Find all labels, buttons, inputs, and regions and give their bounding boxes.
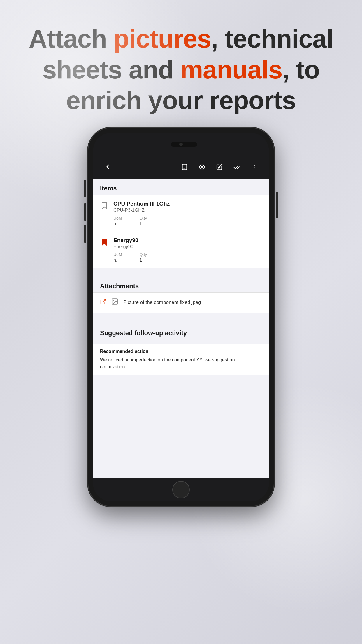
- edit-button[interactable]: [214, 163, 225, 172]
- item-meta-1: UoM n. Q.ty 1: [113, 216, 262, 226]
- phone-speaker: [171, 142, 197, 147]
- page-container: Attach pictures, technical sheets and ma…: [0, 0, 362, 644]
- item-details-1: CPU Pentium III 1Ghz CPU-P3-1GHZ UoM n. …: [113, 201, 262, 226]
- screen-content: Items CPU Pentium III 1Ghz CPU-P3-1: [93, 179, 269, 478]
- app-toolbar: [93, 156, 269, 179]
- section-divider-2: [93, 313, 269, 323]
- followup-title: Suggested follow-up activity: [100, 329, 262, 337]
- svg-point-7: [254, 169, 255, 169]
- svg-point-6: [254, 167, 255, 167]
- edit-icon: [216, 164, 223, 170]
- attachments-title: Attachments: [100, 282, 262, 290]
- item-meta-2: UoM n. Q.ty 1: [113, 252, 262, 263]
- image-icon: [111, 298, 119, 307]
- eye-button[interactable]: [196, 163, 208, 172]
- uom-label-2: UoM: [113, 252, 122, 257]
- svg-point-5: [254, 165, 255, 166]
- checkall-button[interactable]: [231, 163, 243, 172]
- items-title: Items: [100, 185, 262, 192]
- more-button[interactable]: [249, 163, 260, 172]
- external-icon-svg: [100, 298, 106, 305]
- more-icon: [251, 164, 258, 170]
- recommended-text: We noticed an imperfection on the compon…: [100, 356, 262, 370]
- item-name-2: Energy90: [113, 237, 262, 244]
- phone-frame: Items CPU Pentium III 1Ghz CPU-P3-1: [88, 127, 274, 507]
- item-row-1: CPU Pentium III 1Ghz CPU-P3-1GHZ UoM n. …: [93, 195, 269, 232]
- item-code-2: Energy90: [113, 244, 262, 249]
- items-section-header: Items: [93, 179, 269, 195]
- toolbar-right-icons: [179, 163, 260, 172]
- back-icon: [104, 163, 111, 170]
- doc-icon: [181, 164, 188, 170]
- followup-section: Suggested follow-up activity: [93, 323, 269, 344]
- doc-button[interactable]: [179, 163, 190, 172]
- item-uom-group-1: UoM n.: [113, 216, 122, 226]
- phone-bottom: [93, 478, 269, 501]
- section-divider: [93, 268, 269, 279]
- uom-value-1: n.: [113, 221, 122, 226]
- attachment-filename: Picture of the component fixed.jpeg: [123, 300, 201, 305]
- phone-camera: [179, 143, 183, 146]
- external-link-icon: [100, 298, 106, 307]
- item-uom-group-2: UoM n.: [113, 252, 122, 263]
- qty-label-2: Q.ty: [140, 252, 147, 257]
- svg-line-8: [103, 299, 106, 302]
- uom-label-1: UoM: [113, 216, 122, 220]
- eye-icon: [199, 164, 205, 170]
- attachments-header: Attachments: [93, 279, 269, 292]
- svg-point-4: [201, 166, 203, 168]
- item-name-1: CPU Pentium III 1Ghz: [113, 201, 262, 207]
- qty-label-1: Q.ty: [140, 216, 147, 220]
- back-button[interactable]: [102, 163, 113, 172]
- items-card: CPU Pentium III 1Ghz CPU-P3-1GHZ UoM n. …: [93, 195, 269, 268]
- item-code-1: CPU-P3-1GHZ: [113, 208, 262, 213]
- phone-top-bar: [93, 133, 269, 156]
- item-qty-group-1: Q.ty 1: [140, 216, 147, 226]
- phone-inner: Items CPU Pentium III 1Ghz CPU-P3-1: [93, 133, 269, 501]
- qty-value-1: 1: [140, 221, 147, 226]
- item-qty-group-2: Q.ty 1: [140, 252, 147, 263]
- bookmark-icon-filled: [101, 238, 107, 246]
- image-icon-svg: [111, 298, 119, 305]
- item-bookmark-2[interactable]: [100, 238, 109, 246]
- item-details-2: Energy90 Energy90 UoM n. Q.ty 1: [113, 237, 262, 263]
- uom-value-2: n.: [113, 258, 122, 263]
- svg-point-10: [113, 300, 114, 301]
- recommended-label: Recommended action: [100, 349, 262, 354]
- item-bookmark-1[interactable]: [100, 202, 109, 209]
- checkall-icon: [233, 164, 241, 170]
- item-row-2: Energy90 Energy90 UoM n. Q.ty 1: [93, 232, 269, 268]
- attachment-card[interactable]: Picture of the component fixed.jpeg: [93, 292, 269, 313]
- home-button[interactable]: [172, 481, 190, 498]
- bookmark-icon-empty: [101, 202, 107, 209]
- recommended-card: Recommended action We noticed an imperfe…: [93, 344, 269, 375]
- qty-value-2: 1: [140, 258, 147, 263]
